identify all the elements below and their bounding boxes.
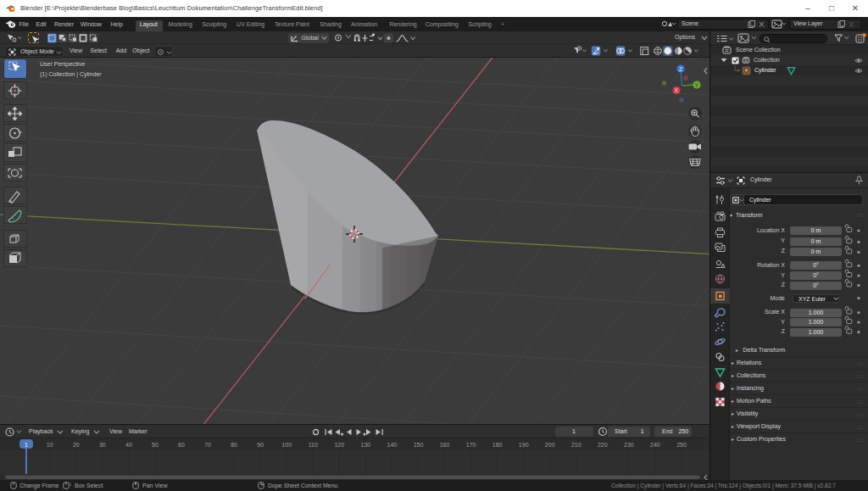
svg-text:210: 210 xyxy=(571,442,581,448)
svg-text:220: 220 xyxy=(598,442,608,448)
svg-text:100: 100 xyxy=(281,442,292,448)
svg-text:110: 110 xyxy=(309,442,318,448)
svg-text:130: 130 xyxy=(361,442,371,448)
svg-text:250: 250 xyxy=(676,442,687,448)
svg-text:140: 140 xyxy=(387,442,398,448)
svg-text:90: 90 xyxy=(257,442,264,448)
svg-text:240: 240 xyxy=(650,442,660,448)
svg-text:230: 230 xyxy=(624,442,634,448)
svg-text:80: 80 xyxy=(231,442,237,448)
svg-text:170: 170 xyxy=(466,442,476,448)
svg-text:70: 70 xyxy=(204,442,211,448)
svg-text:Y: Y xyxy=(695,82,699,88)
svg-text:150: 150 xyxy=(414,442,424,448)
svg-text:180: 180 xyxy=(492,442,503,448)
svg-text:1: 1 xyxy=(25,442,28,448)
svg-text:160: 160 xyxy=(440,442,450,448)
svg-text:Z: Z xyxy=(679,66,682,72)
svg-text:120: 120 xyxy=(334,442,344,448)
svg-text:20: 20 xyxy=(73,442,80,448)
svg-text:40: 40 xyxy=(125,442,132,448)
svg-text:X: X xyxy=(675,87,679,93)
svg-text:50: 50 xyxy=(152,442,159,448)
svg-text:200: 200 xyxy=(545,442,555,448)
svg-text:30: 30 xyxy=(99,442,106,448)
svg-text:10: 10 xyxy=(47,442,53,448)
svg-text:190: 190 xyxy=(519,442,529,448)
svg-text:60: 60 xyxy=(178,442,185,448)
